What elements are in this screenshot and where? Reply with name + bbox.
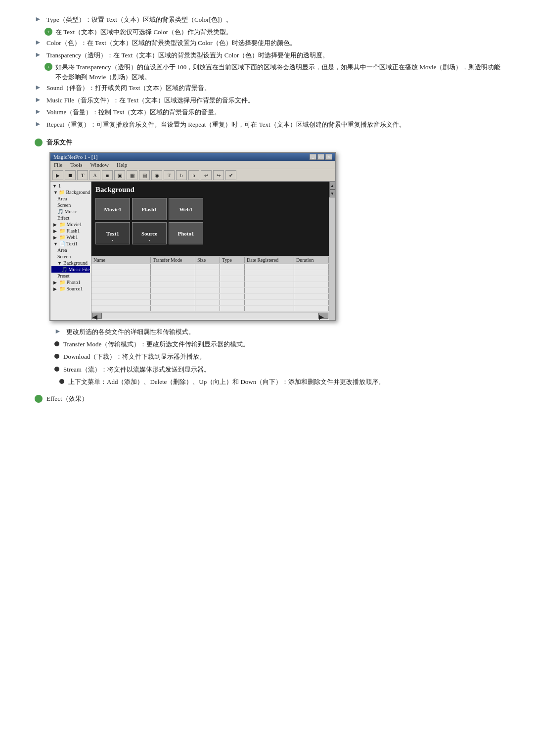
cell-size-8 bbox=[195, 306, 220, 311]
tree-item-text1[interactable]: ▼📄 Text1 bbox=[51, 240, 90, 247]
cell-type-5 bbox=[220, 288, 245, 293]
cell-transfer-5 bbox=[151, 288, 195, 293]
scroll-right-btn[interactable]: ▶ bbox=[318, 313, 328, 319]
cell-size-5 bbox=[195, 288, 220, 293]
tree-item-movie1[interactable]: ▶📁 Movie1 bbox=[51, 221, 90, 228]
file-row-5[interactable] bbox=[91, 288, 329, 294]
desc-transfer-text: Transfer Mode（传输模式）：更改所选文件传输到显示器的模式。 bbox=[63, 339, 249, 349]
cell-transfer-7 bbox=[151, 300, 195, 305]
toolbar-btn-5[interactable]: ■ bbox=[102, 170, 113, 180]
cell-transfer-6 bbox=[151, 294, 195, 299]
scroll-down-btn[interactable]: ▼ bbox=[329, 189, 335, 197]
tree-item-effect-bg[interactable]: Effect bbox=[51, 215, 90, 221]
toolbar-btn-14[interactable]: ↪ bbox=[213, 170, 224, 180]
cell-source[interactable]: Source bbox=[132, 222, 167, 244]
tree-item-screen-text[interactable]: Screen bbox=[51, 253, 90, 260]
cell-name-1 bbox=[91, 264, 151, 270]
toolbar-btn-10[interactable]: T bbox=[164, 170, 175, 180]
musicfile-text: Music File（音乐文件）：在 Text（文本）区域选择用作背景的音乐文件… bbox=[46, 95, 504, 105]
toolbar-btn-2[interactable]: ⏹ bbox=[65, 170, 76, 180]
horizontal-scrollbar[interactable]: ◀ ▶ bbox=[91, 312, 329, 319]
file-row-6[interactable] bbox=[91, 294, 329, 300]
close-button[interactable]: × bbox=[325, 154, 332, 160]
effect-section: Effect（效果） bbox=[35, 394, 504, 403]
arrow-icon-3: ► bbox=[35, 51, 44, 60]
toolbar-btn-15[interactable]: ✔ bbox=[225, 170, 236, 180]
type-sub-bullet: + 在 Text（文本）区域中您仅可选择 Color（色）作为背景类型。 bbox=[30, 27, 504, 37]
file-list-header: Name Transfer Mode Size Type Date Regist… bbox=[91, 256, 329, 264]
window-menubar: File Tools Window Help bbox=[50, 161, 335, 169]
background-area: Background Movie1 Flash1 Web1 Text1 Sour… bbox=[91, 182, 329, 256]
desc-bullet-2 bbox=[54, 354, 59, 359]
transparency-bullet: ► Transparency（透明）：在 Text（文本）区域的背景类型设置为 … bbox=[30, 50, 504, 60]
desc-download-item: Download（下载）：将文件下载到显示器并播放。 bbox=[49, 352, 504, 362]
toolbar-btn-3[interactable]: T bbox=[77, 170, 88, 180]
toolbar-btn-9[interactable]: ◉ bbox=[151, 170, 162, 180]
tree-item-source1[interactable]: ▶📁 Source1 bbox=[51, 285, 90, 292]
cell-web1[interactable]: Web1 bbox=[169, 198, 203, 220]
file-row-1[interactable] bbox=[91, 264, 329, 270]
color-bullet: ► Color（色）：在 Text（文本）区域的背景类型设置为 Color（色）… bbox=[30, 38, 504, 48]
tree-item-background-text[interactable]: ▼Background bbox=[51, 260, 90, 266]
tree-item-background[interactable]: ▼📁 Background bbox=[51, 189, 90, 195]
cell-type-7 bbox=[220, 300, 245, 305]
tree-item-music-file[interactable]: 🎵 Music File bbox=[51, 266, 90, 273]
cell-name-5 bbox=[91, 288, 151, 293]
vertical-scrollbar[interactable]: ▲ ▼ bbox=[329, 182, 335, 320]
tree-item-root[interactable]: ▼1 bbox=[51, 183, 90, 189]
col-duration: Duration bbox=[294, 257, 329, 263]
tree-item-area-text[interactable]: Area bbox=[51, 247, 90, 253]
effect-green-icon bbox=[35, 395, 43, 403]
transparency-sub-bullet: + 如果将 Transparency（透明）的值设置小于 100，则放置在当前区… bbox=[30, 62, 504, 82]
cell-transfer-2 bbox=[151, 270, 195, 276]
scroll-track-h[interactable] bbox=[102, 313, 318, 319]
window-controls[interactable]: _ □ × bbox=[310, 154, 332, 160]
sound-bullet: ► Sound（伴音）：打开或关闭 Text（文本）区域的背景音。 bbox=[30, 83, 504, 93]
grid-row-1: Movie1 Flash1 Web1 bbox=[95, 198, 325, 220]
cell-movie1[interactable]: Movie1 bbox=[95, 198, 130, 220]
col-name: Name bbox=[91, 257, 151, 263]
file-row-7[interactable] bbox=[91, 300, 329, 306]
cell-size-3 bbox=[195, 276, 220, 282]
cell-photo1[interactable]: Photo1 bbox=[169, 222, 203, 244]
tree-item-preset-text[interactable]: Preset bbox=[51, 273, 90, 279]
cell-flash1[interactable]: Flash1 bbox=[132, 198, 167, 220]
cell-type-8 bbox=[220, 306, 245, 311]
toolbar-btn-6[interactable]: ▣ bbox=[114, 170, 125, 180]
main-content: ► Type（类型）：设置 Text（文本）区域的背景类型（Color[色]）。… bbox=[30, 15, 504, 129]
toolbar-btn-12[interactable]: b bbox=[188, 170, 199, 180]
file-row-8[interactable] bbox=[91, 306, 329, 312]
file-row-4[interactable] bbox=[91, 282, 329, 288]
type-sub-text: 在 Text（文本）区域中您仅可选择 Color（色）作为背景类型。 bbox=[55, 27, 504, 37]
tree-item-web1[interactable]: ▶📁 Web1 bbox=[51, 234, 90, 240]
toolbar-btn-13[interactable]: ↩ bbox=[201, 170, 212, 180]
toolbar-btn-11[interactable]: b bbox=[176, 170, 187, 180]
arrow-icon-desc: ► bbox=[54, 328, 63, 336]
toolbar-btn-7[interactable]: ▦ bbox=[127, 170, 137, 180]
content-panel: Background Movie1 Flash1 Web1 Text1 Sour… bbox=[91, 182, 329, 320]
menu-tools[interactable]: Tools bbox=[69, 161, 84, 168]
tree-item-flash1[interactable]: ▶📁 Flash1 bbox=[51, 228, 90, 234]
cell-date-6 bbox=[245, 294, 294, 299]
tree-item-music-bg[interactable]: 🎵 Music bbox=[51, 208, 90, 215]
scroll-left-btn[interactable]: ◀ bbox=[92, 313, 102, 319]
menu-file[interactable]: File bbox=[52, 161, 64, 168]
file-row-2[interactable] bbox=[91, 270, 329, 276]
file-row-3[interactable] bbox=[91, 276, 329, 282]
type-text: Type（类型）：设置 Text（文本）区域的背景类型（Color[色]）。 bbox=[46, 15, 504, 25]
minimize-button[interactable]: _ bbox=[310, 154, 316, 160]
toolbar-btn-8[interactable]: ▤ bbox=[139, 170, 150, 180]
toolbar-btn-4[interactable]: A bbox=[89, 170, 100, 180]
toolbar-btn-1[interactable]: ▶ bbox=[52, 170, 63, 180]
tree-item-photo1[interactable]: ▶📁 Photo1 bbox=[51, 279, 90, 285]
maximize-button[interactable]: □ bbox=[317, 154, 324, 160]
cell-text1[interactable]: Text1 bbox=[95, 222, 130, 244]
cell-size-1 bbox=[195, 264, 220, 270]
repeat-text: Repeat（重复）：可重复播放音乐文件。当设置为 Repeat（重复）时，可在… bbox=[46, 120, 504, 130]
menu-help[interactable]: Help bbox=[115, 161, 129, 168]
menu-window[interactable]: Window bbox=[89, 161, 110, 168]
tree-item-screen-bg[interactable]: Screen bbox=[51, 202, 90, 208]
scroll-up-btn[interactable]: ▲ bbox=[329, 182, 335, 189]
cell-name-3 bbox=[91, 276, 151, 282]
tree-item-area-bg[interactable]: Area bbox=[51, 195, 90, 202]
